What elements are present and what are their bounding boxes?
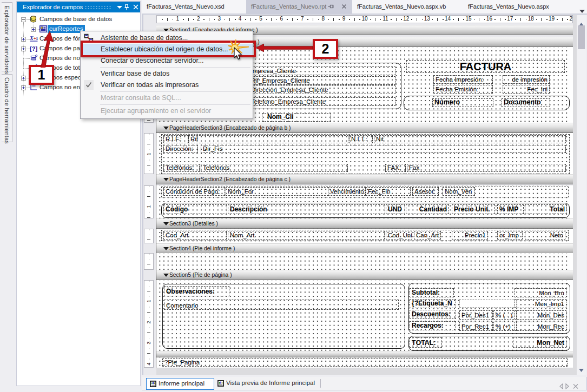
field-nit[interactable]: Nit	[374, 135, 566, 143]
detail-field-3[interactable]: Can_Art1	[414, 231, 441, 240]
scrollbar-thumb[interactable]	[578, 25, 585, 49]
field-fec-ini[interactable]: Fec_Ini	[503, 85, 550, 94]
tab-close-icon[interactable]	[341, 4, 347, 10]
ruler-number: 10	[361, 16, 368, 22]
section-band-4[interactable]: PageHeaderSection2 (Encabezado de página…	[156, 174, 573, 184]
sidebar-dock-tab-toolbox[interactable]: Cuadro de herramientas	[2, 74, 12, 142]
document-tab-ffacturas-ventas-nuevo-aspx[interactable]: fFacturas_Ventas_Nuevo.aspx	[463, 0, 580, 14]
field-mon-imp1[interactable]: Mon_Imp1	[515, 299, 566, 308]
field-condicion-pago-label[interactable]: Condición de Pago:	[163, 187, 225, 196]
field-pct-des[interactable]: % ( - )	[493, 310, 517, 320]
field-total-label[interactable]: TOTAL:	[410, 337, 442, 348]
band-collapse-icon[interactable]	[163, 274, 169, 277]
column-header-3[interactable]: Cantidad	[406, 204, 449, 214]
report-footer-content[interactable]	[156, 253, 573, 270]
vertical-scrollbar[interactable]	[577, 15, 586, 375]
tree-expander-collapse-icon[interactable]	[21, 17, 26, 22]
field-mon-rec[interactable]: Mon_Rec	[515, 322, 566, 331]
menu-item-verificar-en-todas-als-impresoras[interactable]: Verificar en todas als impresoras	[81, 79, 253, 91]
etiqueta-value-box[interactable]	[459, 299, 517, 308]
field-por-des1[interactable]: Por_Des1	[459, 310, 493, 320]
field-fax[interactable]: Fax	[407, 164, 566, 172]
field-etiqueta-param[interactable]: {?Etiqueta_N	[410, 299, 456, 308]
field-observaciones-label[interactable]: Observaciones:	[164, 286, 229, 296]
field-mon-des[interactable]: Mon_Des	[515, 310, 566, 320]
field-comentario[interactable]: Comentario	[164, 300, 399, 310]
sidebar-dock-tab-server-explorer[interactable]: Explorador de servidores	[2, 2, 12, 71]
detail-field-4[interactable]: Precio1	[452, 231, 488, 240]
column-header-6[interactable]: Total	[525, 204, 567, 214]
field-subtotal-label[interactable]: Subtotal:	[410, 288, 454, 297]
document-tab-ffacturas-ventas-nuevo-rpt[interactable]: fFacturas_Ventas_Nuevo.rpt	[246, 0, 352, 14]
report-tab-main[interactable]: Informe principal	[146, 378, 214, 390]
field-asesor-label[interactable]: Asesor:	[412, 187, 439, 196]
ruler-dot	[255, 19, 256, 20]
field-descuentos-label[interactable]: Descuentos:	[410, 310, 456, 319]
band-collapse-icon[interactable]	[163, 178, 169, 181]
close-icon[interactable]	[132, 3, 140, 11]
document-tab-ffacturas-ventas-nuevo-aspx-vb[interactable]: fFacturas_Ventas_Nuevo.aspx.vb	[352, 0, 458, 14]
window-position-icon[interactable]	[116, 3, 123, 11]
menu-item-ejecutar-agrupamiento-en-el-servidor[interactable]: Ejecutar agrupamiento en el servidor	[81, 105, 253, 117]
detail-field-0[interactable]: Cod_Art	[163, 231, 227, 240]
tab-nav-icons[interactable]	[559, 382, 582, 391]
field-vencimiento-label[interactable]: Vencimiento:	[328, 187, 366, 196]
field-mon-bru[interactable]: Mon_Bru	[515, 288, 566, 297]
ruler-dot	[149, 229, 150, 230]
field-text: Cod_Uni	[388, 232, 412, 238]
field-fecha-impresion-label[interactable]: Fecha Impresión:	[433, 75, 493, 84]
field-telefonos-label[interactable]: Teléfonos:	[163, 164, 200, 172]
field-pct-rec[interactable]: % (+)	[493, 322, 517, 331]
document-tab-ffacturas-ventas-nuevo-xsd[interactable]: fFacturas_Ventas_Nuevo.xsd	[142, 0, 246, 14]
field-nom-cli[interactable]: Nom_Cli	[262, 113, 331, 122]
field-documento[interactable]: Documento	[502, 98, 550, 107]
pin-icon[interactable]	[123, 3, 130, 11]
column-header-4[interactable]: Precio Unit.	[452, 204, 495, 214]
column-header-1[interactable]: Descripción	[228, 204, 385, 214]
field-fax-label[interactable]: FAX:	[385, 164, 406, 172]
field-nom-for[interactable]: Nom_For	[226, 187, 328, 196]
section-band-5[interactable]: Section3 (Detalles )	[156, 218, 573, 229]
detail-field-1[interactable]: Nom_Art	[228, 231, 385, 240]
field-por-rec1[interactable]: Por_Rec1	[459, 322, 493, 331]
tree-item-label[interactable]: Campos de base de datos	[38, 15, 114, 23]
menu-item-mostrar-consulta-de-sql-[interactable]: Mostrar consulta de SQL...	[81, 92, 253, 104]
band-collapse-icon[interactable]	[163, 222, 169, 225]
vertical-ruler: 1	[144, 133, 154, 174]
column-header-0[interactable]: Código	[163, 204, 227, 214]
scroll-down-icon[interactable]	[579, 364, 584, 374]
field-recargos-label[interactable]: Recargos:	[410, 321, 456, 330]
detail-field-6[interactable]: Neto	[525, 231, 565, 240]
field-fecha-emision-label[interactable]: Fecha Emisión:	[433, 85, 493, 94]
field-nit-label[interactable]: N.I.T.:	[349, 135, 373, 143]
field-fec-fin[interactable]: Fec_Fin	[366, 187, 411, 196]
tab-overflow-chevron-icon[interactable]	[579, 5, 585, 9]
field-numero[interactable]: Número	[432, 98, 493, 107]
field-nom-ven[interactable]: Nom_Ven	[443, 187, 475, 196]
field-mon-net[interactable]: Mon_Net	[513, 337, 566, 348]
field-fecha-impresion-value[interactable]: de impresión	[503, 75, 550, 84]
band-collapse-icon[interactable]	[163, 247, 169, 250]
document-tab-label: fFacturas_Ventas_Nuevo.aspx	[468, 3, 549, 10]
field-factura-title[interactable]: FACTURA	[406, 60, 565, 73]
field-dir-fis[interactable]: Dir_Fis	[201, 145, 566, 153]
detail-field-2[interactable]: Cod_Uni	[386, 231, 412, 240]
section-band-7[interactable]: Section5 (Pie de página )	[156, 270, 573, 280]
report-tab-preview[interactable]: Vista previa de Informe principal	[214, 378, 317, 389]
tree-item-campos-de-base-de-datos[interactable]: Campos de base de datos	[17, 15, 140, 24]
field-pie-pagina[interactable]: ?Pie_Pagina	[162, 358, 568, 367]
section-band-3[interactable]: PageHeaderSection3 (Encabezado de página…	[156, 123, 573, 133]
field-rif-label[interactable]: R.I.F.:	[163, 135, 188, 143]
field-telefonos[interactable]: Telefonos	[201, 164, 348, 172]
detail-field-5[interactable]: or_Imp	[497, 231, 523, 240]
field-rif[interactable]: Rif	[188, 135, 348, 143]
column-header-5[interactable]: % IMP	[497, 204, 524, 214]
tree-expander-expand-icon[interactable]	[21, 76, 26, 81]
tree-expander-expand-icon[interactable]	[21, 85, 26, 90]
field-direccion-label[interactable]: Dirección:	[163, 145, 198, 153]
tab-pin-icon[interactable]	[328, 4, 334, 11]
column-header-2[interactable]: UND	[386, 204, 405, 214]
section-band-6[interactable]: Section4 (Pie del informe )	[156, 243, 573, 254]
field-explorer-titlebar[interactable]: Explorador de campos	[17, 2, 140, 12]
band-collapse-icon[interactable]	[163, 127, 169, 130]
